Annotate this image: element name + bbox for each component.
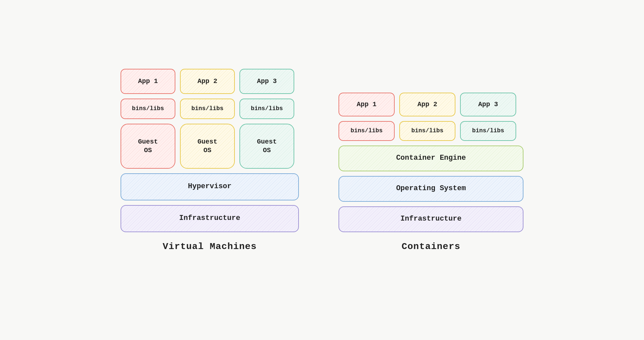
ct-bins1-box: bins/libs — [339, 121, 395, 141]
vm-infrastructure-label: Infrastructure — [179, 214, 240, 223]
vm-apps-row: App 1 App 2 App 3 — [121, 69, 299, 94]
ct-app3-box: App 3 — [460, 93, 516, 116]
ct-bins-row: bins/libs bins/libs bins/libs — [339, 121, 523, 141]
vm-guestos3-box: GuestOS — [239, 124, 294, 169]
vm-section: App 1 App 2 App 3 bins/libs bins/libs — [121, 69, 299, 252]
vm-bins-row: bins/libs bins/libs bins/libs — [121, 99, 299, 119]
ct-apps-row: App 1 App 2 App 3 — [339, 93, 523, 116]
vm-stack: App 1 App 2 App 3 bins/libs bins/libs — [121, 69, 299, 232]
ct-app1-box: App 1 — [339, 93, 395, 116]
vm-guestos-row: GuestOS GuestOS GuestOS — [121, 124, 299, 169]
vm-app2-label: App 2 — [197, 77, 217, 86]
vm-bins1-label: bins/libs — [132, 105, 164, 112]
ct-title: Containers — [402, 241, 460, 252]
ct-infrastructure-label: Infrastructure — [401, 214, 462, 224]
ct-bins1-label: bins/libs — [350, 127, 382, 135]
vm-guestos2-box: GuestOS — [180, 124, 235, 169]
ct-app1-label: App 1 — [357, 100, 376, 109]
vm-bins1-box: bins/libs — [121, 99, 175, 119]
vm-hypervisor-label: Hypervisor — [188, 182, 232, 191]
vm-app3-label: App 3 — [257, 77, 277, 86]
vm-guestos3-label: GuestOS — [257, 138, 277, 155]
ct-infrastructure-box: Infrastructure — [339, 206, 523, 232]
ct-bins3-label: bins/libs — [472, 127, 504, 135]
ct-app2-box: App 2 — [399, 93, 455, 116]
vm-title: Virtual Machines — [163, 241, 257, 252]
vm-bins2-label: bins/libs — [191, 105, 223, 112]
ct-app2-label: App 2 — [417, 100, 437, 109]
vm-bins2-box: bins/libs — [180, 99, 235, 119]
ct-stack: App 1 App 2 App 3 bins/libs bins/libs — [339, 93, 523, 232]
vm-bins3-label: bins/libs — [251, 105, 283, 112]
containers-section: App 1 App 2 App 3 bins/libs bins/libs — [339, 93, 523, 252]
vm-app1-label: App 1 — [138, 77, 158, 86]
vm-guestos1-label: GuestOS — [138, 138, 158, 155]
vm-app2-box: App 2 — [180, 69, 235, 94]
vm-app3-box: App 3 — [239, 69, 294, 94]
ct-bins2-box: bins/libs — [399, 121, 455, 141]
vm-hypervisor-box: Hypervisor — [121, 173, 299, 200]
vm-app1-box: App 1 — [121, 69, 175, 94]
ct-engine-label: Container Engine — [396, 153, 466, 163]
ct-app3-label: App 3 — [478, 100, 498, 109]
ct-bins3-box: bins/libs — [460, 121, 516, 141]
ct-os-label: Operating System — [396, 184, 466, 193]
vm-guestos1-box: GuestOS — [121, 124, 175, 169]
ct-os-box: Operating System — [339, 176, 523, 202]
ct-bins2-label: bins/libs — [411, 127, 443, 135]
vm-infrastructure-box: Infrastructure — [121, 205, 299, 232]
vm-guestos2-label: GuestOS — [197, 138, 217, 155]
vm-bins3-box: bins/libs — [239, 99, 294, 119]
main-container: App 1 App 2 App 3 bins/libs bins/libs — [121, 69, 523, 272]
ct-engine-box: Container Engine — [339, 146, 523, 171]
